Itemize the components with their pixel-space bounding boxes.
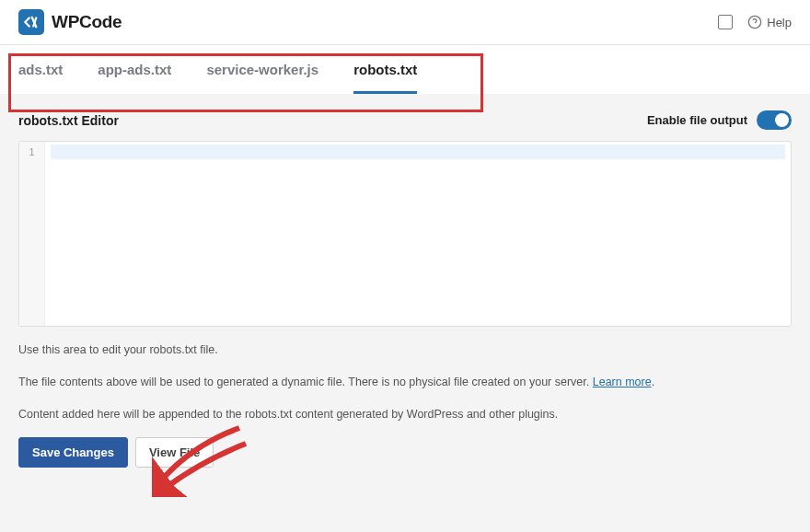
save-button[interactable]: Save Changes xyxy=(18,437,128,468)
view-file-button[interactable]: View File xyxy=(135,437,214,468)
hint-appended: Content added here will be appended to t… xyxy=(18,406,792,423)
brand: WPCode xyxy=(18,9,122,35)
brand-name: WPCode xyxy=(52,12,122,32)
app-header: WPCode Help xyxy=(0,0,810,45)
screen-icon[interactable] xyxy=(718,15,733,29)
editor-header: robots.txt Editor Enable file output xyxy=(18,110,792,130)
help-label: Help xyxy=(767,16,792,29)
tab-ads-txt[interactable]: ads.txt xyxy=(18,45,63,94)
learn-more-link[interactable]: Learn more xyxy=(593,376,652,388)
help-link[interactable]: Help xyxy=(747,15,792,29)
main-content: robots.txt Editor Enable file output 1 U… xyxy=(0,94,810,484)
code-editor[interactable]: 1 xyxy=(18,141,792,327)
brand-icon xyxy=(18,9,44,35)
header-actions: Help xyxy=(718,15,792,29)
tab-app-ads-txt[interactable]: app-ads.txt xyxy=(98,45,171,94)
help-icon xyxy=(747,15,762,29)
editor-active-line xyxy=(51,145,785,159)
tab-service-worker-js[interactable]: service-worker.js xyxy=(206,45,318,94)
hint-dynamic-file: The file contents above will be used to … xyxy=(18,374,792,391)
enable-output-toggle-row: Enable file output xyxy=(647,110,792,130)
tabs-bar: ads.txt app-ads.txt service-worker.js ro… xyxy=(0,45,810,94)
hint-use-area: Use this area to edit your robots.txt fi… xyxy=(18,341,792,359)
enable-output-toggle[interactable] xyxy=(757,110,792,130)
editor-gutter: 1 xyxy=(19,142,45,326)
tab-robots-txt[interactable]: robots.txt xyxy=(353,45,417,94)
toggle-label: Enable file output xyxy=(647,113,747,127)
action-buttons: Save Changes View File xyxy=(18,437,792,468)
editor-textarea[interactable] xyxy=(45,142,791,326)
line-number: 1 xyxy=(19,146,44,157)
editor-title: robots.txt Editor xyxy=(18,113,119,128)
